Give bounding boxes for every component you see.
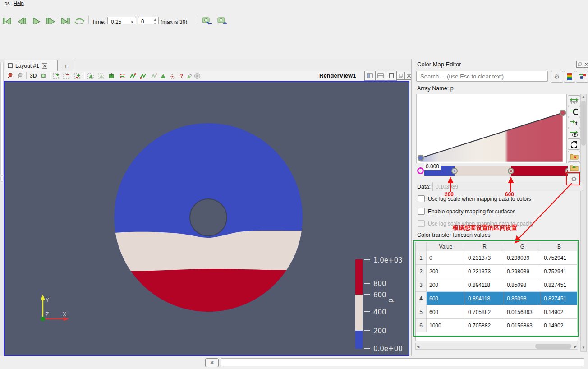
tf-color-bar[interactable]: 0.000 — [416, 165, 567, 177]
add-layout-tab[interactable]: + — [59, 61, 73, 71]
left-scrollbar[interactable] — [0, 62, 4, 175]
pick-query-button[interactable]: ? — [185, 72, 193, 79]
interactive-select-points-button[interactable] — [139, 72, 147, 79]
float-panel-button[interactable] — [576, 61, 583, 68]
choose-preset-button[interactable]: ♥ — [568, 151, 580, 162]
add-tab-label: + — [64, 63, 67, 69]
tf-bar-red — [511, 166, 569, 176]
layout-icon — [8, 63, 13, 68]
legend-title: p — [386, 298, 395, 303]
hover-points-button[interactable] — [159, 72, 166, 79]
toolbar-camera: ▼ ▼ Surface ▼ +X -X +Y -Y +Z -Z +90 -90 — [0, 24, 588, 42]
close-panel-button[interactable] — [583, 61, 588, 68]
pin-view-button[interactable] — [6, 72, 14, 79]
scroll-up-icon[interactable]: ▲ — [581, 94, 586, 100]
pin-disabled-icon — [17, 73, 23, 79]
svg-text:t: t — [575, 120, 578, 126]
annotation-note-cn: 根据想要设置的区间设置 — [453, 224, 517, 232]
search-options-button[interactable]: ⚙ — [551, 71, 563, 83]
search-input[interactable] — [416, 71, 548, 82]
pick-center-button[interactable] — [168, 72, 175, 79]
select-points-on-button[interactable] — [63, 72, 70, 79]
menu-item-macros[interactable]: os — [5, 0, 10, 6]
annotation-gear-box — [566, 172, 580, 185]
rescale-data-range-button[interactable] — [568, 95, 580, 106]
maximize-view-button[interactable] — [386, 71, 397, 81]
tab-layout-1[interactable]: Layout #1 — [5, 60, 58, 71]
tf-handle-600[interactable] — [508, 168, 514, 174]
spin-up-icon[interactable]: ▲ — [152, 17, 158, 22]
menu-item-help[interactable]: Help — [14, 0, 24, 6]
transfer-function-graph[interactable] — [416, 94, 567, 163]
select-block-button[interactable] — [108, 72, 115, 79]
svg-text:♥: ♥ — [574, 155, 577, 160]
split-vertical-button[interactable] — [375, 71, 386, 81]
log-scale-colors-checkbox[interactable] — [418, 195, 425, 202]
annotation-200-label: 200 — [445, 191, 454, 198]
capture-icon — [40, 73, 47, 79]
rescale-visible-range-button[interactable] — [568, 128, 580, 139]
edit-color-legend-button[interactable]: e — [576, 71, 588, 83]
orientation-axes-widget: Y X Z — [29, 290, 83, 326]
tf-bar-cream — [455, 166, 511, 176]
svg-text:?: ? — [189, 74, 192, 78]
pin-view-alt-button[interactable] — [16, 72, 23, 79]
disabled-circle-icon — [194, 73, 201, 79]
abort-progress-button[interactable]: ✖ — [205, 358, 219, 367]
render-viewport[interactable]: 1.0e+03 800 600 400 200 0.0e+00 p Y X Z — [4, 81, 409, 356]
select-points-polygon-button[interactable] — [97, 72, 105, 79]
scroll-down-icon[interactable]: ▼ — [581, 345, 586, 351]
toolbar-animation: Time: 0.25 ▼ 0 ▲ ▼ (max is 39) — [0, 7, 588, 24]
interactive-select-cells-button[interactable] — [129, 72, 136, 79]
progress-field — [221, 358, 584, 366]
tf-handle-start[interactable] — [417, 167, 424, 174]
rescale-custom-range-button[interactable] — [568, 106, 580, 117]
annotation-600-label: 600 — [505, 191, 514, 198]
capture-screenshot-button[interactable] — [40, 72, 47, 79]
select-cells-on-button[interactable] — [52, 72, 60, 79]
close-tab-icon[interactable] — [42, 63, 47, 69]
left-scrollbar-thumb[interactable] — [0, 175, 4, 182]
table-h-scrollbar[interactable]: ◀ ▶ — [415, 343, 578, 350]
legend-tick-min: 0.0e+00 — [373, 345, 403, 353]
tf-current-value-label: 0.000 — [424, 163, 441, 170]
layout-tab-bar: Layout #1 + — [4, 59, 411, 71]
split-horizontal-button[interactable] — [364, 71, 375, 81]
data-value-input — [432, 182, 583, 191]
legend-tick-800: 800 — [373, 280, 386, 288]
legend-bar-blue — [355, 331, 363, 349]
opacity-mapping-checkbox[interactable] — [418, 208, 425, 215]
legend-tick-400: 400 — [373, 308, 386, 316]
tf-point-start — [418, 155, 423, 161]
tf-handle-200[interactable] — [451, 168, 458, 174]
tab-label: Layout #1 — [15, 63, 39, 69]
select-cells-through-button[interactable] — [74, 72, 81, 79]
select-cells-polygon-button[interactable] — [87, 72, 94, 79]
deselect-button[interactable] — [119, 72, 126, 79]
opacity-mapping-row: Enable opacity mapping for surfaces — [418, 208, 515, 215]
log-scale-colors-label: Use log scale when mapping data to color… — [428, 196, 531, 202]
toggle-color-legend-button[interactable] — [564, 71, 575, 83]
rescale-temporal-range-button[interactable]: t — [568, 117, 580, 128]
hover-cells-button[interactable] — [150, 72, 157, 79]
query-hover-button[interactable]: ·? — [177, 72, 184, 79]
legend-tick-600: 600 — [373, 291, 386, 299]
log-scale-opacity-checkbox — [418, 220, 425, 227]
log-scale-colors-row: Use log scale when mapping data to color… — [418, 195, 531, 202]
view-toolbar: 3D ·? ? RenderView1 — [4, 71, 409, 81]
axis-z-label: Z — [46, 311, 49, 318]
edit-legend-e-icon: e — [579, 73, 586, 81]
scroll-left-icon[interactable]: ◀ — [417, 344, 419, 350]
h-scrollbar-thumb[interactable] — [535, 344, 571, 349]
legend-bar-red — [355, 259, 363, 295]
grow-selection-button — [193, 72, 201, 79]
detach-view-button[interactable] — [397, 72, 405, 80]
render-view-title: RenderView1 — [319, 72, 356, 79]
scrollbar-thumb[interactable] — [581, 101, 586, 146]
toolbar-data-analysis — [0, 42, 588, 60]
legend-tick-max: 1.0e+03 — [373, 256, 403, 264]
color-legend-icon — [567, 73, 572, 80]
invert-transfer-function-button[interactable] — [568, 138, 580, 150]
panel-scrollbar[interactable]: ▲ ▼ — [580, 94, 587, 352]
scroll-right-icon[interactable]: ▶ — [574, 344, 577, 350]
